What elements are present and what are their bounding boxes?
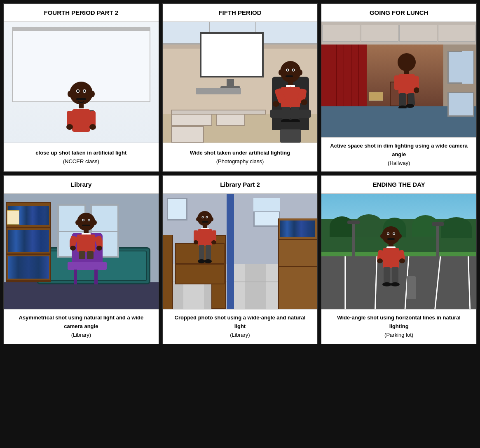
- caption-fourth-period-part2: close up shot taken in artificial light …: [4, 143, 159, 171]
- svg-point-78: [211, 240, 216, 244]
- svg-point-93: [388, 233, 389, 235]
- caption-main-lunch: Active space shot in dim lighting using …: [327, 142, 471, 159]
- svg-point-4: [77, 90, 79, 92]
- svg-point-66: [210, 217, 213, 221]
- svg-point-14: [66, 124, 73, 130]
- svg-rect-39: [394, 75, 399, 90]
- svg-point-2: [90, 91, 95, 97]
- svg-point-81: [198, 259, 205, 263]
- cell-fourth-period-part2: FOURTH PERIOD PART 2: [3, 3, 159, 172]
- svg-rect-76: [212, 230, 216, 242]
- title-library: Library: [4, 176, 159, 194]
- svg-point-104: [399, 258, 405, 263]
- svg-point-65: [196, 217, 199, 221]
- svg-point-16: [280, 61, 301, 82]
- storyboard-grid: FOURTH PERIOD PART 2: [0, 0, 480, 361]
- svg-point-52: [88, 220, 90, 221]
- svg-rect-7: [76, 98, 86, 100]
- svg-point-48: [93, 220, 97, 225]
- svg-rect-42: [399, 93, 406, 108]
- svg-point-68: [202, 217, 203, 218]
- caption-main-lib: Asymmetrical shot using natural light an…: [9, 314, 153, 331]
- svg-point-6: [83, 90, 85, 92]
- character-scene3: [394, 51, 419, 108]
- image-library-part2: [163, 194, 318, 309]
- svg-point-46: [77, 213, 95, 231]
- cell-library: Library: [3, 175, 159, 344]
- caption-fifth-period: Wide shot taken under artificial lightin…: [163, 143, 318, 171]
- cell-going-for-lunch: GOING FOR LUNCH: [321, 3, 477, 172]
- caption-sub-fourth-period: (NCCER class): [63, 157, 99, 166]
- svg-rect-23: [286, 75, 293, 77]
- character-scene6: [377, 225, 405, 286]
- svg-point-15: [89, 124, 96, 130]
- svg-rect-11: [72, 109, 90, 132]
- svg-rect-57: [77, 235, 95, 252]
- svg-point-18: [298, 70, 302, 75]
- caption-ending-day: Wide-angle shot using horizontal lines i…: [321, 309, 476, 343]
- image-fifth-period: [163, 22, 318, 143]
- svg-point-31: [301, 99, 307, 105]
- svg-rect-62: [79, 251, 85, 259]
- svg-rect-105: [384, 267, 390, 284]
- image-library: [4, 194, 159, 309]
- svg-point-103: [377, 258, 383, 263]
- cell-library-part2: Library Part 2: [162, 175, 318, 344]
- svg-point-64: [197, 211, 212, 226]
- title-going-for-lunch: GOING FOR LUNCH: [321, 4, 476, 22]
- svg-point-22: [293, 69, 294, 71]
- svg-point-50: [82, 220, 84, 221]
- caption-main-end: Wide-angle shot using horizontal lines i…: [327, 314, 471, 331]
- svg-line-86: [428, 256, 440, 309]
- caption-sub-lib2: (Library): [230, 331, 250, 340]
- svg-point-0: [70, 82, 93, 105]
- character-scene1: [65, 68, 98, 134]
- svg-point-30: [273, 101, 279, 107]
- svg-rect-38: [398, 74, 415, 94]
- svg-rect-106: [392, 267, 398, 284]
- svg-point-61: [96, 246, 102, 251]
- svg-rect-79: [199, 245, 204, 261]
- title-library-part2: Library Part 2: [163, 176, 318, 194]
- svg-point-95: [393, 233, 395, 235]
- character-scene5: [194, 210, 216, 264]
- character-scene4: [70, 210, 103, 260]
- svg-rect-100: [383, 248, 399, 268]
- title-fourth-period-part2: FOURTH PERIOD PART 2: [4, 4, 159, 22]
- svg-point-60: [70, 246, 76, 251]
- svg-point-45: [406, 104, 414, 108]
- image-ending-day: [321, 194, 476, 309]
- caption-library: Asymmetrical shot using natural light an…: [4, 309, 159, 343]
- svg-point-107: [382, 282, 391, 286]
- svg-point-36: [398, 53, 416, 71]
- svg-point-1: [68, 91, 73, 97]
- title-ending-day: ENDING THE DAY: [321, 176, 476, 194]
- caption-main-fourth-period: close up shot taken in artificial light: [35, 149, 126, 157]
- caption-library-part2: Cropped photo shot using a wide-angle an…: [163, 309, 318, 343]
- svg-rect-74: [198, 229, 212, 246]
- svg-point-17: [279, 70, 283, 75]
- svg-point-82: [204, 259, 212, 263]
- svg-rect-43: [407, 93, 415, 106]
- caption-sub-lib: (Library): [71, 331, 91, 340]
- svg-line-87: [468, 256, 473, 309]
- caption-sub-lunch: (Hallway): [388, 159, 410, 168]
- cell-ending-day: ENDING THE DAY: [321, 175, 477, 344]
- image-going-for-lunch: [321, 22, 476, 137]
- title-fifth-period: FIFTH PERIOD: [163, 4, 318, 22]
- caption-sub-end: (Parking lot): [384, 331, 413, 340]
- svg-point-108: [391, 282, 400, 286]
- character-scene2: [272, 56, 309, 122]
- svg-rect-63: [87, 251, 94, 259]
- caption-main-lib2: Cropped photo shot using a wide-angle an…: [169, 314, 312, 331]
- svg-point-47: [75, 220, 80, 225]
- svg-rect-80: [206, 245, 211, 261]
- svg-rect-71: [202, 221, 208, 223]
- svg-rect-96: [387, 238, 395, 240]
- caption-main-fifth: Wide shot taken under artificial lightin…: [190, 149, 290, 157]
- image-fourth-period-part2: [4, 22, 159, 143]
- caption-sub-fifth: (Photography class): [216, 157, 264, 166]
- caption-going-for-lunch: Active space shot in dim lighting using …: [321, 137, 476, 171]
- svg-point-89: [382, 226, 400, 244]
- svg-rect-75: [194, 230, 198, 242]
